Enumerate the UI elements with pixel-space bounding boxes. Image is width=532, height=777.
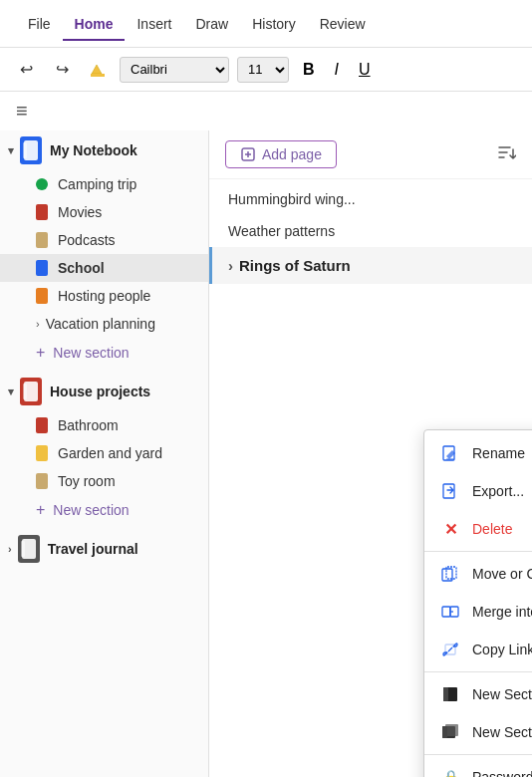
font-name-select[interactable]: Cailbri [120, 57, 229, 83]
notebook-name-my-notebook: My Notebook [50, 142, 137, 158]
highlight-button[interactable] [84, 56, 112, 84]
new-section-my-notebook[interactable]: + New section [0, 338, 208, 368]
section-label: Toy room [58, 473, 116, 489]
section-color-rect [36, 417, 48, 433]
section-title-label: Rings of Saturn [239, 257, 351, 274]
redo-button[interactable]: ↪ [48, 56, 76, 84]
rename-icon [440, 443, 460, 463]
undo-button[interactable]: ↩ [12, 56, 40, 84]
plus-icon: + [36, 344, 45, 362]
page-item-label: Hummingbird wing... [228, 191, 356, 207]
font-size-select[interactable]: 11 [237, 57, 289, 83]
notebook-group-my-notebook: ▾ My Notebook Camping trip Movies Podcas… [0, 130, 208, 368]
context-menu-delete[interactable]: ✕ Delete [424, 510, 532, 548]
add-page-button[interactable]: Add page [225, 140, 337, 168]
delete-icon: ✕ [440, 519, 460, 539]
context-menu-divider-2 [424, 671, 532, 672]
active-section-title[interactable]: › Rings of Saturn [209, 247, 532, 284]
menu-insert[interactable]: Insert [125, 8, 183, 40]
notebook-icon-my-notebook [20, 136, 42, 164]
notebook-group-house-projects: ▾ House projects Bathroom Garden and yar… [0, 372, 208, 525]
move-copy-label: Move or Copy... [472, 566, 532, 582]
section-label: Camping trip [58, 176, 136, 192]
sort-button[interactable] [496, 142, 516, 167]
section-school[interactable]: School [0, 254, 208, 282]
underline-button[interactable]: U [353, 61, 377, 79]
add-page-icon [240, 146, 256, 162]
move-copy-icon [440, 564, 460, 584]
rename-label: Rename [472, 445, 532, 461]
section-bathroom[interactable]: Bathroom [0, 411, 208, 439]
sidebar-toggle-button[interactable]: ≡ [0, 92, 532, 130]
section-label: Garden and yard [58, 445, 162, 461]
menu-home[interactable]: Home [63, 8, 126, 40]
italic-button[interactable]: I [329, 61, 345, 79]
page-item-label: Weather patterns [228, 223, 335, 239]
menu-file[interactable]: File [16, 8, 63, 40]
add-page-label: Add page [262, 146, 322, 162]
section-garden-yard[interactable]: Garden and yard [0, 439, 208, 467]
section-expand-icon: › [228, 257, 233, 274]
password-icon: 🔒 [440, 767, 460, 777]
context-menu-new-section[interactable]: New Section [424, 675, 532, 713]
context-menu-merge[interactable]: Merge into Another Section... [424, 593, 532, 631]
new-section-group-icon [440, 722, 460, 742]
new-section-house-projects[interactable]: + New section [0, 495, 208, 525]
bold-button[interactable]: B [297, 61, 321, 79]
merge-icon [440, 602, 460, 622]
main-layout: ▾ My Notebook Camping trip Movies Podcas… [0, 130, 532, 777]
section-label: Bathroom [58, 417, 119, 433]
delete-label: Delete [472, 521, 532, 537]
section-color-dot [36, 178, 48, 190]
sidebar: ▾ My Notebook Camping trip Movies Podcas… [0, 130, 209, 777]
menu-review[interactable]: Review [308, 8, 378, 40]
notebook-header-my-notebook[interactable]: ▾ My Notebook [0, 130, 208, 170]
svg-rect-0 [91, 74, 105, 77]
chevron-down-icon: ▾ [8, 386, 14, 398]
section-color-rect [36, 204, 48, 220]
menu-history[interactable]: History [240, 8, 308, 40]
context-menu: Rename Export... ✕ Delete Move or Copy.. [423, 429, 532, 777]
context-menu-rename[interactable]: Rename [424, 434, 532, 472]
page-item-hummingbird[interactable]: Hummingbird wing... [209, 183, 532, 215]
menu-draw[interactable]: Draw [183, 8, 240, 40]
notebook-name-travel-journal: Travel journal [48, 541, 138, 557]
svg-rect-4 [23, 384, 27, 399]
svg-rect-17 [443, 687, 448, 701]
password-label: Password Protect This Section [472, 769, 532, 777]
section-label: School [58, 260, 105, 276]
section-label: Movies [58, 204, 102, 220]
section-color-rect [36, 260, 48, 276]
notebook-header-house-projects[interactable]: ▾ House projects [0, 372, 208, 411]
section-toy-room[interactable]: Toy room [0, 467, 208, 495]
context-menu-export[interactable]: Export... [424, 472, 532, 510]
chevron-right-icon: › [8, 543, 12, 555]
export-label: Export... [472, 483, 532, 499]
context-menu-copy-link[interactable]: Copy Link to Section [424, 631, 532, 668]
new-section-icon [440, 684, 460, 704]
context-menu-move-copy[interactable]: Move or Copy... [424, 555, 532, 593]
context-menu-divider-3 [424, 754, 532, 755]
merge-label: Merge into Another Section... [472, 604, 532, 620]
chevron-down-icon: ▾ [8, 144, 14, 157]
section-camping-trip[interactable]: Camping trip [0, 170, 208, 198]
copy-link-label: Copy Link to Section [472, 642, 532, 657]
context-menu-new-section-group[interactable]: New Section Group [424, 713, 532, 751]
section-podcasts[interactable]: Podcasts [0, 226, 208, 254]
section-color-rect [36, 232, 48, 248]
context-menu-password[interactable]: 🔒 Password Protect This Section [424, 758, 532, 777]
sort-icon [496, 142, 516, 162]
export-icon [440, 481, 460, 501]
notebook-icon-travel-journal [18, 535, 40, 563]
section-color-rect [36, 288, 48, 304]
page-item-weather[interactable]: Weather patterns [209, 215, 532, 247]
section-vacation-planning[interactable]: › Vacation planning [0, 310, 208, 338]
notebook-icon-house-projects [20, 378, 42, 405]
section-hosting-people[interactable]: Hosting people [0, 282, 208, 310]
svg-rect-20 [442, 726, 447, 738]
notebook-group-travel-journal: › Travel journal [0, 529, 208, 569]
section-movies[interactable]: Movies [0, 198, 208, 226]
notebook-header-travel-journal[interactable]: › Travel journal [0, 529, 208, 569]
page-actions-bar: Add page [209, 130, 532, 179]
notebook-name-house-projects: House projects [50, 384, 150, 399]
